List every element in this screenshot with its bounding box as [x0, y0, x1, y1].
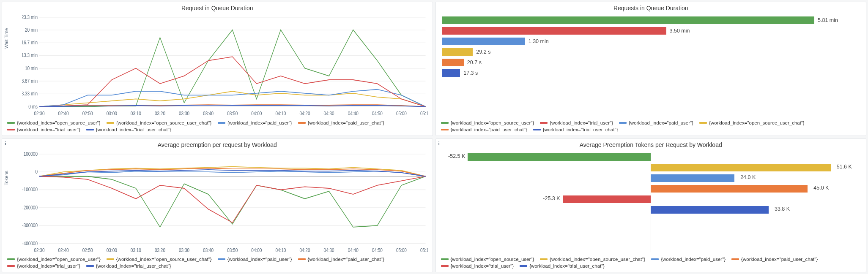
legend-label: {workload_index="paid_user"} — [227, 257, 292, 262]
bar — [442, 38, 525, 45]
svg-text:03:10: 03:10 — [131, 111, 141, 116]
legend-item-trial_user[interactable]: {workload_index="trial_user"} — [441, 263, 514, 269]
svg-text:02:30: 02:30 — [34, 111, 44, 116]
legend-label: {workload_index="open_source_user_chat"} — [116, 120, 212, 125]
bar — [442, 27, 666, 35]
legend-swatch — [619, 122, 627, 124]
svg-text:02:40: 02:40 — [58, 247, 69, 253]
legend-item-open_source_user_chat[interactable]: {workload_index="open_source_user_chat"} — [107, 257, 212, 262]
legend-item-paid_user_chat[interactable]: {workload_index="paid_user_chat"} — [298, 120, 384, 125]
svg-text:6.67 min: 6.67 min — [22, 78, 38, 84]
svg-text:03:20: 03:20 — [155, 111, 165, 116]
legend-swatch — [298, 258, 306, 260]
bar-row-open_source_user_chat[interactable]: 29.2 s — [442, 47, 860, 57]
legend-item-trial_user_chat[interactable]: {workload_index="trial_user_chat"} — [533, 127, 618, 132]
line-chart-svg: 0 ms3.33 min6.67 min10 min13.3 min16.7 m… — [22, 14, 428, 118]
plot-area[interactable]: -400000-300000-200000-100000010000002:30… — [22, 151, 428, 255]
legend-swatch — [441, 265, 449, 267]
panel-avg-preemption-timeseries[interactable]: i Average preemption per request by Work… — [2, 138, 433, 273]
bar-value-label: 20.7 s — [467, 60, 482, 65]
svg-text:100000: 100000 — [24, 151, 38, 156]
info-icon[interactable]: i — [5, 141, 6, 147]
bar-row-open_source_user[interactable]: 5.81 min — [442, 16, 860, 25]
plot-area[interactable]: 0 ms3.33 min6.67 min10 min13.3 min16.7 m… — [22, 14, 428, 118]
legend-item-open_source_user_chat[interactable]: {workload_index="open_source_user_chat"} — [107, 120, 212, 125]
bar-row-trial_user_chat[interactable]: 17.3 s — [442, 68, 860, 78]
bar-row-paid_user_chat[interactable]: 20.7 s — [442, 58, 860, 67]
legend-swatch — [699, 122, 707, 124]
panel-title: Request in Queue Duration — [2, 2, 433, 12]
legend-item-paid_user[interactable]: {workload_index="paid_user"} — [218, 120, 292, 125]
legend-swatch — [520, 265, 527, 267]
legend-swatch — [731, 258, 739, 260]
legend-swatch — [7, 265, 15, 267]
legend-swatch — [86, 129, 94, 130]
panel-avg-preemption-tokens-bars[interactable]: i Average Preemption Tokens per Request … — [435, 138, 867, 273]
svg-text:04:40: 04:40 — [348, 247, 359, 253]
legend-swatch — [107, 258, 114, 260]
panel-request-queue-duration-bars[interactable]: Requests in Queue Duration 5.81 min3.50 … — [435, 2, 867, 136]
legend-item-trial_user[interactable]: {workload_index="trial_user"} — [7, 127, 80, 132]
legend-swatch — [540, 122, 548, 124]
legend-label: {workload_index="trial_user_chat"} — [543, 127, 618, 132]
legend-item-paid_user[interactable]: {workload_index="paid_user"} — [651, 257, 726, 262]
legend-swatch — [107, 122, 114, 124]
bar-row-trial_user_chat[interactable]: 33.8 K — [442, 205, 860, 214]
legend-item-paid_user[interactable]: {workload_index="paid_user"} — [619, 120, 693, 125]
svg-text:04:20: 04:20 — [300, 247, 310, 253]
legend-item-open_source_user_chat[interactable]: {workload_index="open_source_user_chat"} — [540, 257, 645, 262]
bar-chart-area: -52.5 K51.6 K24.0 K45.0 K-25.3 K33.8 K — [442, 152, 860, 253]
svg-text:03:50: 03:50 — [227, 247, 238, 253]
bar — [651, 174, 734, 182]
legend-item-open_source_user[interactable]: {workload_index="open_source_user"} — [441, 257, 534, 262]
bar-value-label: 29.2 s — [476, 49, 490, 55]
legend-label: {workload_index="open_source_user"} — [17, 257, 101, 262]
svg-text:04:50: 04:50 — [372, 111, 383, 116]
legend-item-paid_user[interactable]: {workload_index="paid_user"} — [218, 257, 292, 262]
bar-row-paid_user_chat[interactable]: 45.0 K — [442, 184, 860, 193]
panel-title: Average Preemption Tokens per Request by… — [436, 139, 866, 149]
bar-row-open_source_user[interactable]: -52.5 K — [442, 152, 860, 162]
svg-text:0 ms: 0 ms — [28, 103, 38, 109]
legend-item-trial_user_chat[interactable]: {workload_index="trial_user_chat"} — [520, 263, 605, 269]
bar — [442, 69, 460, 77]
bar — [651, 206, 769, 214]
svg-text:04:30: 04:30 — [324, 247, 334, 253]
bar — [651, 164, 830, 171]
legend-item-paid_user_chat[interactable]: {workload_index="paid_user_chat"} — [441, 127, 527, 132]
info-icon[interactable]: i — [438, 141, 440, 147]
legend-item-trial_user_chat[interactable]: {workload_index="trial_user_chat"} — [86, 127, 171, 132]
svg-text:03:40: 03:40 — [203, 111, 214, 116]
legend-item-paid_user_chat[interactable]: {workload_index="paid_user_chat"} — [298, 257, 384, 262]
svg-text:04:10: 04:10 — [275, 247, 286, 253]
legend-swatch — [86, 265, 94, 267]
bar-row-paid_user[interactable]: 24.0 K — [442, 174, 860, 183]
bar-row-trial_user[interactable]: -25.3 K — [442, 195, 860, 204]
legend-swatch — [441, 258, 449, 260]
bar-row-paid_user[interactable]: 1.30 min — [442, 37, 860, 46]
legend-item-paid_user_chat[interactable]: {workload_index="paid_user_chat"} — [731, 257, 818, 262]
svg-text:03:30: 03:30 — [179, 111, 189, 116]
legend-item-open_source_user[interactable]: {workload_index="open_source_user"} — [7, 257, 101, 262]
panel-request-queue-duration-timeseries[interactable]: Request in Queue Duration Wait Time 0 ms… — [2, 2, 433, 136]
legend-item-trial_user[interactable]: {workload_index="trial_user"} — [7, 263, 80, 269]
svg-text:04:00: 04:00 — [251, 111, 262, 116]
svg-text:02:50: 02:50 — [82, 247, 93, 253]
legend-label: {workload_index="trial_user"} — [17, 263, 80, 269]
legend-swatch — [7, 122, 15, 124]
svg-text:20 min: 20 min — [25, 27, 38, 33]
bar — [651, 185, 808, 193]
bar-row-open_source_user_chat[interactable]: 51.6 K — [442, 163, 860, 172]
legend-item-open_source_user[interactable]: {workload_index="open_source_user"} — [441, 120, 534, 125]
legend-swatch — [441, 129, 449, 130]
svg-text:3.33 min: 3.33 min — [22, 91, 38, 96]
svg-text:03:00: 03:00 — [107, 247, 117, 253]
bar-row-trial_user[interactable]: 3.50 min — [442, 26, 860, 35]
panel-title: Requests in Queue Duration — [436, 2, 866, 12]
bar — [468, 153, 651, 161]
legend-item-trial_user[interactable]: {workload_index="trial_user"} — [540, 120, 613, 125]
legend-item-trial_user_chat[interactable]: {workload_index="trial_user_chat"} — [86, 263, 171, 269]
legend-swatch — [540, 258, 548, 260]
legend-item-open_source_user_chat[interactable]: {workload_index="open_source_user_chat"} — [699, 120, 805, 125]
legend-item-open_source_user[interactable]: {workload_index="open_source_user"} — [7, 120, 101, 125]
